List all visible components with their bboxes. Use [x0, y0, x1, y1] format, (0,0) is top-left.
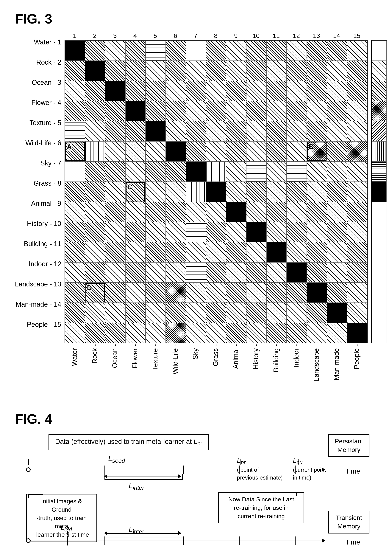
cell-1-14	[327, 40, 347, 61]
col-num-6: 6	[165, 32, 185, 39]
cell-6-2	[85, 141, 105, 162]
cell-2-9	[226, 61, 246, 81]
time-label-top: Time	[345, 467, 360, 475]
cell-14-4	[125, 303, 145, 323]
col-num-3: 3	[105, 32, 125, 39]
cell-13-1	[65, 283, 85, 303]
row-label-14: Man-made - 14	[15, 294, 63, 314]
cell-9-5	[145, 202, 166, 222]
col-label-wrapper-5: Texture -	[145, 344, 165, 396]
col-num-7: 7	[185, 32, 206, 39]
cell-6-3	[105, 141, 125, 162]
col-label-4: Flower -	[131, 344, 139, 368]
col-labels: Water - Rock - Ocean - Flower - Texture …	[64, 344, 387, 396]
legend-crosshatch	[372, 101, 387, 121]
cell-1-3	[105, 40, 125, 61]
cell-14-5	[145, 303, 166, 323]
cell-9-2	[85, 202, 105, 222]
cell-7-15	[347, 162, 367, 182]
legend-horiz	[372, 162, 387, 182]
cell-2-8	[206, 61, 226, 81]
cell-3-1	[65, 81, 85, 101]
cell-14-9	[226, 303, 246, 323]
cell-15-8	[206, 323, 226, 343]
row-label-15: People - 15	[15, 314, 63, 335]
col-label-wrapper-4: Flower -	[125, 344, 145, 396]
row-label-10: History - 10	[15, 214, 63, 234]
cell-4-4	[125, 101, 145, 121]
l-cu-label-bot: Lcu(current pointin time)	[293, 544, 326, 546]
cell-12-15	[347, 262, 367, 283]
cell-10-5	[145, 222, 166, 242]
l-inter-brace-top	[104, 474, 183, 480]
cell-8-10	[246, 182, 266, 202]
legend-strip	[371, 40, 387, 343]
cell-13-8	[206, 283, 226, 303]
cell-8-2	[85, 182, 105, 202]
cell-14-10	[246, 303, 266, 323]
cell-1-1	[65, 40, 85, 61]
cell-15-9	[226, 323, 246, 343]
row-label-4: Flower - 4	[15, 93, 63, 113]
cell-4-6	[166, 101, 186, 121]
cell-14-8	[206, 303, 226, 323]
col-label-11: Building -	[272, 344, 280, 372]
cell-14-2	[85, 303, 105, 323]
col-label-3: Ocean -	[111, 344, 119, 368]
cell-2-2	[85, 61, 105, 81]
cell-1-6	[166, 40, 186, 61]
cell-10-12	[287, 222, 307, 242]
cell-2-13	[307, 61, 327, 81]
cell-14-13	[307, 303, 327, 323]
cell-7-13	[307, 162, 327, 182]
cell-15-2	[85, 323, 105, 343]
cell-6-11	[266, 141, 287, 162]
cell-12-2	[85, 262, 105, 283]
cell-8-8	[206, 182, 226, 202]
cell-2-5	[145, 61, 166, 81]
cell-5-15	[347, 121, 367, 141]
cell-11-11	[266, 242, 287, 262]
cell-8-14	[327, 182, 347, 202]
cell-12-6	[166, 262, 186, 283]
now-data-brace-down	[239, 492, 297, 496]
cell-13-2	[85, 283, 105, 303]
col-num-11: 11	[266, 32, 286, 39]
persistent-memory-box: PersistantMemory	[328, 434, 369, 457]
cell-6-13	[307, 141, 327, 162]
col-label-9: Animal -	[232, 344, 240, 369]
cell-14-3	[105, 303, 125, 323]
cell-15-11	[266, 323, 287, 343]
cell-1-2	[85, 40, 105, 61]
cell-12-10	[246, 262, 266, 283]
matrix-with-labels: Water - 1 Rock - 2 Ocean - 3 Flower - 4 …	[15, 32, 387, 396]
cell-11-1	[65, 242, 85, 262]
cell-3-4	[125, 81, 145, 101]
l-inter-line	[106, 476, 181, 477]
cell-4-15	[347, 101, 367, 121]
cell-1-15	[347, 40, 367, 61]
cell-14-11	[266, 303, 287, 323]
cell-2-1	[65, 61, 85, 81]
col-label-14: Man-made -	[333, 344, 341, 380]
cell-6-12	[287, 141, 307, 162]
col-label-wrapper-3: Ocean -	[105, 344, 125, 396]
data-train-box: Data (effectively) used to train meta-le…	[49, 434, 209, 450]
cell-8-13	[307, 182, 327, 202]
cell-13-12	[287, 283, 307, 303]
cell-1-10	[246, 40, 266, 61]
cell-4-7	[186, 101, 206, 121]
cell-5-9	[226, 121, 246, 141]
cell-2-3	[105, 61, 125, 81]
cell-3-12	[287, 81, 307, 101]
legend-black	[372, 182, 387, 202]
cell-13-4	[125, 283, 145, 303]
col-label-5: Texture -	[151, 344, 159, 370]
cell-9-15	[347, 202, 367, 222]
l-inter-label-bot: Linter	[129, 526, 144, 535]
col-label-6: Wild-Life -	[171, 344, 179, 374]
cell-8-3	[105, 182, 125, 202]
cell-15-3	[105, 323, 125, 343]
col-num-12: 12	[286, 32, 306, 39]
col-label-wrapper-6: Wild-Life -	[165, 344, 185, 396]
